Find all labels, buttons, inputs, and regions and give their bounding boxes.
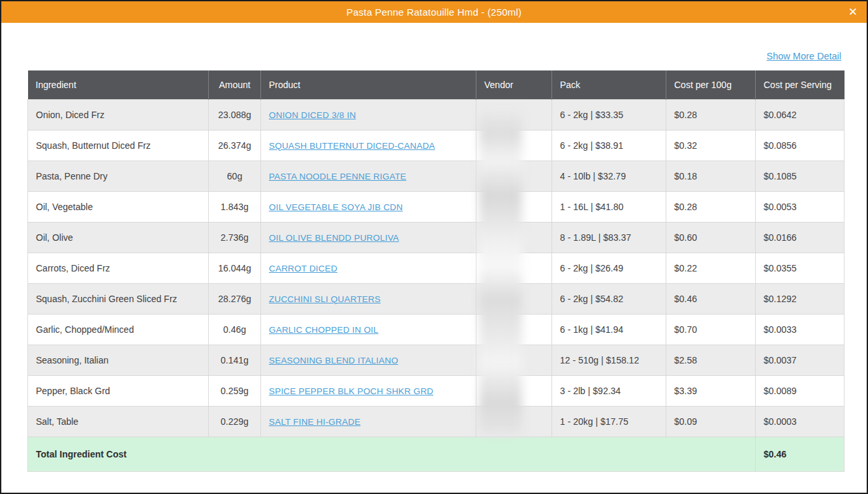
vendor-cell bbox=[476, 406, 552, 437]
table-header: Ingredient Amount Product Vendor Pack Co… bbox=[28, 70, 845, 99]
cost-per-serving-cell: $0.0089 bbox=[756, 375, 845, 406]
ingredient-cell: Carrots, Diced Frz bbox=[28, 253, 209, 283]
cost-per-serving-cell: $0.0166 bbox=[756, 222, 845, 253]
vendor-cell bbox=[476, 375, 552, 406]
total-label: Total Ingredient Cost bbox=[28, 437, 756, 471]
product-link[interactable]: OIL VEGETABLE SOYA JIB CDN bbox=[269, 202, 403, 212]
table-row: Onion, Diced Frz 23.088g ONION DICED 3/8… bbox=[28, 99, 845, 130]
ingredient-cell: Garlic, Chopped/Minced bbox=[28, 314, 209, 345]
pack-cell: 6 - 2kg | $33.35 bbox=[552, 99, 666, 130]
cost-per-100g-cell: $0.60 bbox=[666, 222, 756, 253]
vendor-cell bbox=[476, 130, 552, 161]
pack-cell: 6 - 2kg | $26.49 bbox=[552, 253, 666, 283]
pack-cell: 4 - 10lb | $32.79 bbox=[552, 161, 666, 191]
product-cell: ONION DICED 3/8 IN bbox=[261, 99, 476, 130]
amount-cell: 60g bbox=[209, 161, 261, 191]
close-icon[interactable]: ✕ bbox=[848, 1, 858, 23]
col-header-pack: Pack bbox=[552, 70, 666, 99]
product-link[interactable]: SALT FINE HI-GRADE bbox=[269, 417, 360, 427]
amount-cell: 2.736g bbox=[209, 222, 261, 253]
ingredient-cell: Pasta, Penne Dry bbox=[28, 161, 209, 191]
ingredient-cell: Squash, Zucchini Green Sliced Frz bbox=[28, 283, 209, 314]
ingredient-cell: Pepper, Black Grd bbox=[28, 375, 209, 406]
cost-per-100g-cell: $0.22 bbox=[666, 253, 756, 283]
cost-per-100g-cell: $0.09 bbox=[666, 406, 756, 437]
amount-cell: 23.088g bbox=[209, 99, 261, 130]
cost-per-serving-cell: $0.0003 bbox=[756, 406, 845, 437]
col-header-vendor: Vendor bbox=[476, 70, 552, 99]
product-link[interactable]: SEASONING BLEND ITALIANO bbox=[269, 356, 398, 365]
table-row: Oil, Vegetable 1.843g OIL VEGETABLE SOYA… bbox=[28, 191, 845, 222]
amount-cell: 0.259g bbox=[209, 375, 261, 406]
amount-cell: 28.276g bbox=[209, 283, 261, 314]
product-cell: OIL OLIVE BLENDD PUROLIVA bbox=[261, 222, 476, 253]
vendor-cell bbox=[476, 222, 552, 253]
pack-cell: 6 - 2kg | $54.82 bbox=[552, 283, 666, 314]
table-row: Pepper, Black Grd 0.259g SPICE PEPPER BL… bbox=[28, 375, 845, 406]
amount-cell: 16.044g bbox=[209, 253, 261, 283]
vendor-cell bbox=[476, 161, 552, 191]
vendor-cell bbox=[476, 345, 552, 375]
product-link[interactable]: CARROT DICED bbox=[269, 264, 337, 273]
table-row: Carrots, Diced Frz 16.044g CARROT DICED … bbox=[28, 253, 845, 283]
table-row: Squash, Zucchini Green Sliced Frz 28.276… bbox=[28, 283, 845, 314]
cost-per-serving-cell: $0.0355 bbox=[756, 253, 845, 283]
vendor-cell bbox=[476, 99, 552, 130]
table-row: Garlic, Chopped/Minced 0.46g GARLIC CHOP… bbox=[28, 314, 845, 345]
cost-per-100g-cell: $0.70 bbox=[666, 314, 756, 345]
product-cell: SQUASH BUTTERNUT DICED-CANADA bbox=[261, 130, 476, 161]
ingredient-cell: Oil, Olive bbox=[28, 222, 209, 253]
product-link[interactable]: ZUCCHINI SLI QUARTERS bbox=[269, 294, 380, 304]
vendor-cell bbox=[476, 283, 552, 314]
table-row: Seasoning, Italian 0.141g SEASONING BLEN… bbox=[28, 345, 845, 375]
product-link[interactable]: PASTA NOODLE PENNE RIGATE bbox=[269, 172, 407, 181]
product-cell: GARLIC CHOPPED IN OIL bbox=[261, 314, 476, 345]
ingredient-cell: Oil, Vegetable bbox=[28, 191, 209, 222]
pack-cell: 12 - 510g | $158.12 bbox=[552, 345, 666, 375]
show-more-detail-link[interactable]: Show More Detail bbox=[767, 51, 841, 61]
pack-cell: 6 - 1kg | $41.94 bbox=[552, 314, 666, 345]
product-cell: SEASONING BLEND ITALIANO bbox=[261, 345, 476, 375]
pack-cell: 8 - 1.89L | $83.37 bbox=[552, 222, 666, 253]
cost-per-serving-cell: $0.0642 bbox=[756, 99, 845, 130]
vendor-cell bbox=[476, 253, 552, 283]
table-row: Salt, Table 0.229g SALT FINE HI-GRADE 1 … bbox=[28, 406, 845, 437]
modal-titlebar: Pasta Penne Ratatouille Hmd - (250ml) ✕ bbox=[1, 1, 867, 23]
product-cell: PASTA NOODLE PENNE RIGATE bbox=[261, 161, 476, 191]
product-cell: CARROT DICED bbox=[261, 253, 476, 283]
table-body: Onion, Diced Frz 23.088g ONION DICED 3/8… bbox=[28, 99, 845, 437]
ingredient-cell: Onion, Diced Frz bbox=[28, 99, 209, 130]
vendor-cell bbox=[476, 314, 552, 345]
product-link[interactable]: ONION DICED 3/8 IN bbox=[269, 110, 356, 120]
total-row: Total Ingredient Cost $0.46 bbox=[28, 437, 845, 471]
cost-per-100g-cell: $0.28 bbox=[666, 99, 756, 130]
amount-cell: 1.843g bbox=[209, 191, 261, 222]
cost-per-serving-cell: $0.0053 bbox=[756, 191, 845, 222]
cost-per-100g-cell: $0.32 bbox=[666, 130, 756, 161]
cost-per-100g-cell: $0.46 bbox=[666, 283, 756, 314]
cost-per-serving-cell: $0.1085 bbox=[756, 161, 845, 191]
pack-cell: 3 - 2lb | $92.34 bbox=[552, 375, 666, 406]
ingredient-cost-table: Ingredient Amount Product Vendor Pack Co… bbox=[27, 70, 845, 472]
product-link[interactable]: OIL OLIVE BLENDD PUROLIVA bbox=[269, 233, 399, 243]
cost-per-100g-cell: $3.39 bbox=[666, 375, 756, 406]
table-row: Squash, Butternut Diced Frz 26.374g SQUA… bbox=[28, 130, 845, 161]
amount-cell: 0.229g bbox=[209, 406, 261, 437]
col-header-amount: Amount bbox=[209, 70, 261, 99]
cost-per-serving-cell: $0.0033 bbox=[756, 314, 845, 345]
actions-bar: Show More Detail bbox=[27, 50, 841, 62]
product-cell: ZUCCHINI SLI QUARTERS bbox=[261, 283, 476, 314]
product-link[interactable]: SPICE PEPPER BLK POCH SHKR GRD bbox=[269, 386, 433, 396]
product-link[interactable]: SQUASH BUTTERNUT DICED-CANADA bbox=[269, 141, 435, 151]
total-cost-value: $0.46 bbox=[756, 437, 845, 471]
amount-cell: 26.374g bbox=[209, 130, 261, 161]
cost-per-serving-cell: $0.0037 bbox=[756, 345, 845, 375]
cost-per-100g-cell: $2.58 bbox=[666, 345, 756, 375]
pack-cell: 1 - 20kg | $17.75 bbox=[552, 406, 666, 437]
amount-cell: 0.46g bbox=[209, 314, 261, 345]
table-row: Oil, Olive 2.736g OIL OLIVE BLENDD PUROL… bbox=[28, 222, 845, 253]
product-cell: SALT FINE HI-GRADE bbox=[261, 406, 476, 437]
product-link[interactable]: GARLIC CHOPPED IN OIL bbox=[269, 325, 379, 335]
table-row: Pasta, Penne Dry 60g PASTA NOODLE PENNE … bbox=[28, 161, 845, 191]
ingredient-cell: Salt, Table bbox=[28, 406, 209, 437]
